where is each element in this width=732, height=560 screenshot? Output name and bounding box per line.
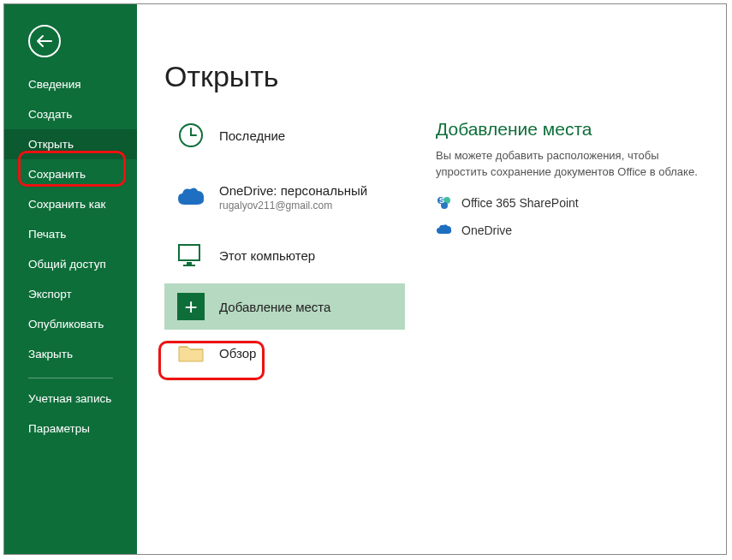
location-item[interactable]: Последние (164, 112, 405, 158)
back-button[interactable] (28, 25, 61, 57)
sidebar-item[interactable]: Сведения (4, 69, 137, 99)
this-pc-icon (176, 242, 205, 268)
onedrive-icon (436, 222, 453, 239)
location-item[interactable]: +Добавление места (164, 283, 405, 330)
sidebar-item[interactable]: Опубликовать (4, 309, 137, 339)
location-label: Обзор (219, 346, 256, 360)
sharepoint-icon: S (436, 194, 453, 211)
add-place-onedrive[interactable]: OneDrive (436, 222, 709, 239)
main-panel: Открыть ПоследниеOneDrive: персональныйr… (137, 4, 726, 554)
arrow-left-icon (36, 34, 53, 48)
location-list: ПоследниеOneDrive: персональныйrugalyov2… (137, 112, 405, 376)
page-title: Открыть (164, 60, 726, 93)
plus-icon: + (177, 293, 205, 320)
sidebar-item[interactable]: Параметры (4, 414, 137, 444)
sidebar-item[interactable]: Создать (4, 99, 137, 129)
add-place-panel: Добавление места Вы можете добавить расп… (405, 112, 726, 376)
svg-rect-12 (183, 265, 195, 266)
add-place-description: Вы можете добавить расположения, чтобы у… (436, 148, 709, 181)
svg-rect-11 (187, 262, 192, 265)
location-sublabel: rugalyov211@gmail.com (219, 200, 367, 211)
sidebar: СведенияСоздатьОткрытьСохранитьСохранить… (4, 4, 137, 554)
sidebar-item[interactable]: Открыть (4, 129, 137, 159)
sidebar-item[interactable]: Печать (4, 219, 137, 249)
add-place-option-label: OneDrive (461, 223, 512, 237)
svg-rect-10 (179, 245, 199, 260)
sidebar-item[interactable]: Общий доступ (4, 249, 137, 279)
location-label: Добавление места (219, 300, 330, 314)
add-place-sharepoint[interactable]: S Office 365 SharePoint (436, 194, 709, 211)
sidebar-item[interactable]: Экспорт (4, 279, 137, 309)
sidebar-item[interactable]: Закрыть (4, 339, 137, 369)
folder-icon (176, 341, 205, 365)
svg-text:S: S (439, 196, 444, 205)
sidebar-item[interactable]: Сохранить как (4, 189, 137, 219)
location-item[interactable]: OneDrive: персональныйrugalyov211@gmail.… (164, 174, 405, 220)
sidebar-separator (28, 378, 113, 378)
location-label: Последние (219, 128, 285, 143)
add-place-option-label: Office 365 SharePoint (461, 196, 579, 210)
location-item[interactable]: Этот компьютер (164, 232, 405, 278)
sidebar-item[interactable]: Сохранить (4, 159, 137, 189)
onedrive-icon (176, 186, 205, 208)
location-label: OneDrive: персональный (219, 183, 367, 198)
recent-icon (177, 122, 205, 149)
location-label: Этот компьютер (219, 248, 315, 263)
add-place-heading: Добавление места (436, 119, 709, 140)
location-item[interactable]: Обзор (164, 330, 405, 376)
sidebar-item[interactable]: Учетная запись (4, 384, 137, 414)
